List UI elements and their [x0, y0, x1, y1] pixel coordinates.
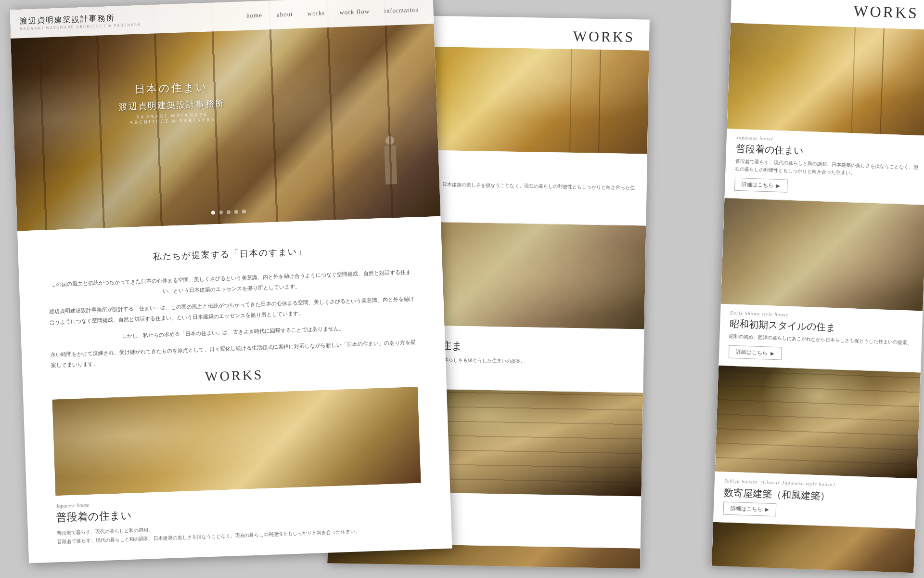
hero-name-en1: SADAAKI WATANABE — [119, 111, 225, 120]
back-card-showa-btn-label: 詳細はこちら — [736, 348, 768, 356]
back-card-japanese-image — [727, 23, 924, 136]
nav-information[interactable]: information — [384, 6, 419, 15]
nav-links: home about works work flow information — [246, 5, 434, 20]
hero-name-en2: ARCHITECT & PARTNERS — [119, 116, 225, 125]
back-card-tea-image — [712, 522, 915, 573]
back-card-japanese-text: Japanese house 普段着の住まい 普段着で暮らす、現代の暮らしと和の… — [724, 129, 924, 205]
arrow-icon: ▶ — [776, 183, 780, 188]
back-card-sukiya-btn[interactable]: 詳細はこちら ▶ — [723, 501, 776, 516]
back-page: WORKS Japanese house 普段着の住まい 普段着で暮らす、現代の… — [712, 0, 924, 573]
hero-dot-2[interactable] — [219, 210, 223, 214]
back-card-japanese-btn-label: 詳細はこちら — [742, 181, 773, 189]
site-logo: 渡辺貞明建築設計事務所 SADAAKI WATANABE ARCHITECT &… — [20, 13, 141, 31]
hero-name-jp: 渡辺貞明建築設計事務所 — [119, 98, 225, 113]
works-card-japanese: Japanese house 普段着の住まい 普段着で暮らす、現代の暮らしと和の… — [52, 387, 423, 553]
back-card-showa: Early Showa style house 昭和初期スタイルの住ま 昭和の初… — [719, 198, 924, 372]
works-section: WORKS Japanese house 普段着の住まい 普段着で暮らす、現代の… — [22, 351, 452, 554]
back-card-japanese-desc: 普段着で暮らす、現代の暮らしと和の調和、日本建築の美しさを損なうことなく、現在の… — [735, 158, 918, 179]
back-card-showa-image — [721, 198, 924, 311]
back-card-japanese: Japanese house 普段着の住まい 普段着で暮らす、現代の暮らしと和の… — [724, 23, 924, 205]
nav-works[interactable]: works — [307, 9, 325, 17]
hero-text: 日本の住まい 渡辺貞明建築設計事務所 SADAAKI WATANABE ARCH… — [118, 79, 225, 126]
arrow-icon-3: ▶ — [765, 507, 769, 512]
hero-dot-4[interactable] — [234, 210, 238, 214]
back-card-tea: Tea house 茶室 — [712, 522, 915, 573]
nav-home[interactable]: home — [246, 12, 262, 20]
hero-dot-1[interactable] — [211, 210, 215, 214]
nav-workflow[interactable]: work flow — [339, 8, 370, 16]
back-card-sukiya-image — [715, 366, 921, 479]
back-card-showa-btn[interactable]: 詳細はこちら ▶ — [729, 345, 782, 360]
works-card-room-bg — [52, 387, 421, 496]
back-card-sukiya-text: Sukiya houses（Classic Japanese-style hou… — [713, 472, 917, 529]
works-title: WORKS — [23, 361, 447, 391]
nav-about[interactable]: about — [277, 10, 293, 18]
hero-dot-3[interactable] — [227, 210, 231, 214]
about-heading: 私たちが提案する「日本のすまい」 — [47, 241, 413, 267]
hero-title-jp: 日本の住まい — [118, 79, 224, 98]
front-page: 渡辺貞明建築設計事務所 SADAAKI WATANABE ARCHITECT &… — [10, 0, 452, 563]
back-card-sukiya: Sukiya houses（Classic Japanese-style hou… — [713, 366, 921, 529]
hero-dots — [211, 210, 246, 215]
back-card-sukiya-btn-label: 詳細はこちら — [731, 505, 762, 513]
arrow-icon-2: ▶ — [770, 351, 774, 356]
hero-person-figure — [380, 136, 401, 194]
works-card-japanese-image — [52, 387, 421, 496]
back-card-japanese-btn[interactable]: 詳細はこちら ▶ — [734, 178, 788, 193]
back-card-showa-text: Early Showa style house 昭和初期スタイルの住ま 昭和の初… — [719, 304, 923, 373]
hero-dot-5[interactable] — [242, 210, 246, 213]
